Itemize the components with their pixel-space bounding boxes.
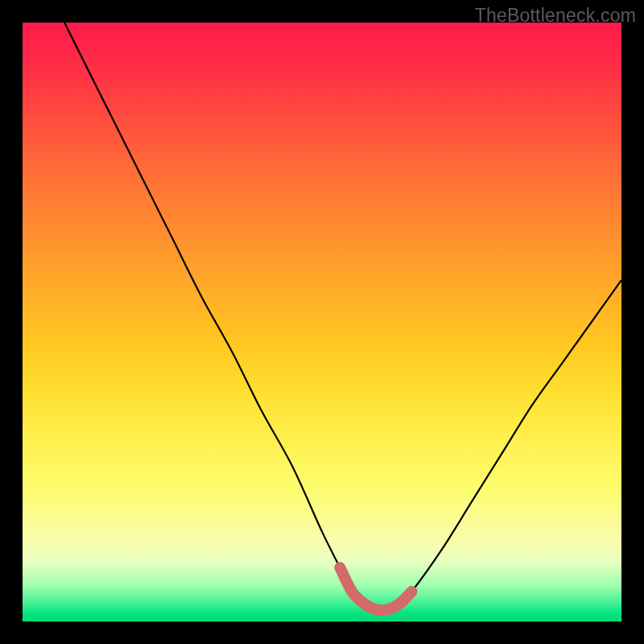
chart-container: TheBottleneck.com: [0, 0, 644, 644]
plot-area: [23, 23, 621, 621]
highlight-region: [340, 568, 411, 610]
bottleneck-curve: [64, 23, 621, 610]
chart-svg: [23, 23, 621, 621]
watermark-text: TheBottleneck.com: [475, 5, 636, 27]
